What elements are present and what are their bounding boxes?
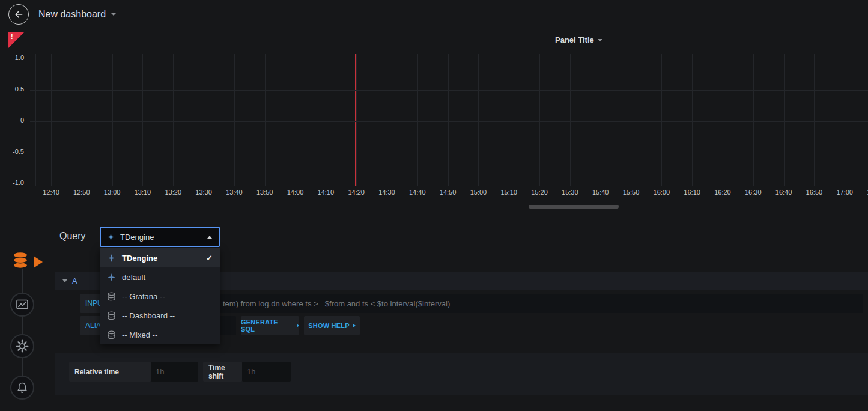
datasource-option[interactable]: -- Mixed --: [100, 325, 220, 344]
chevron-down-icon: [598, 39, 602, 41]
y-axis-tick-label: 1.0: [0, 54, 24, 61]
x-axis-tick-label: 14:40: [402, 189, 432, 196]
gridline-vertical: [814, 54, 815, 186]
x-axis-tick-label: 13:10: [127, 189, 157, 196]
datasource-option[interactable]: -- Dashboard --: [100, 306, 220, 325]
time-shift-input[interactable]: [242, 362, 291, 382]
datasource-option[interactable]: default: [100, 267, 220, 287]
tab-general-settings[interactable]: [10, 334, 34, 358]
x-axis-tick-label: 13:00: [97, 189, 127, 196]
gridline-vertical: [326, 54, 326, 186]
error-exclamation-icon: !: [11, 33, 13, 40]
x-axis-tick-label: 14:00: [281, 189, 311, 196]
chevron-right-icon: [353, 324, 356, 327]
x-axis-tick-label: 16:20: [708, 189, 738, 196]
tab-queries[interactable]: [6, 248, 43, 277]
x-axis-tick-label: 17:00: [830, 189, 860, 196]
datasource-dropdown-menu: TDengine✓default-- Grafana ---- Dashboar…: [100, 248, 220, 344]
gridline-vertical: [478, 54, 479, 186]
dashboard-title-menu[interactable]: New dashboard: [38, 9, 116, 20]
relative-time-input[interactable]: [151, 362, 198, 382]
gridline-vertical: [601, 54, 601, 186]
gridline-vertical: [753, 54, 754, 186]
gridline-vertical: [265, 54, 266, 186]
datasource-option[interactable]: -- Grafana --: [100, 287, 220, 306]
editor-tabs-connector-line: [22, 263, 23, 388]
database-icon: [12, 251, 30, 273]
query-ref-id: A: [72, 276, 77, 285]
gear-icon: [16, 339, 29, 353]
x-axis-tick-label: 16:30: [738, 189, 768, 196]
y-axis-tick-label: 0: [0, 117, 24, 124]
gridline-horizontal: [30, 184, 868, 184]
panel-title-menu[interactable]: Panel Title: [555, 35, 602, 44]
datasource-option-label: TDengine: [122, 254, 157, 263]
x-axis-tick-label: 15:50: [616, 189, 646, 196]
gridline-vertical: [417, 54, 418, 186]
gridline-horizontal: [30, 153, 868, 153]
relative-time-label: Relative time: [69, 362, 151, 382]
gridline-vertical: [296, 54, 296, 186]
datasource-sparkle-icon: [108, 273, 117, 281]
x-axis-tick-label: 17:10: [860, 189, 868, 196]
gridline-vertical: [692, 54, 693, 186]
sql-input[interactable]: tem) from log.dn where ts >= $from and t…: [141, 294, 863, 313]
tab-alert[interactable]: [10, 376, 34, 400]
check-icon: ✓: [206, 254, 213, 263]
gridline-horizontal: [30, 59, 868, 59]
x-axis-tick-label: 12:50: [67, 189, 97, 196]
x-axis-tick-label: 16:50: [799, 189, 829, 196]
query-section-label: Query: [59, 231, 86, 242]
y-axis-tick-label: -1.0: [0, 179, 24, 186]
gridline-vertical: [631, 54, 631, 186]
x-axis-tick-label: 15:30: [555, 189, 585, 196]
chevron-down-icon: [111, 13, 116, 16]
horizontal-scrollbar[interactable]: [529, 205, 619, 209]
chevron-right-icon: [297, 324, 299, 327]
chevron-up-icon: [207, 236, 212, 239]
back-button[interactable]: [8, 4, 29, 25]
show-help-button[interactable]: SHOW HELP: [304, 316, 360, 335]
generate-sql-button[interactable]: GENERATE SQL: [241, 316, 299, 335]
gridline-vertical: [784, 54, 785, 186]
x-axis-tick-label: 15:20: [524, 189, 554, 196]
x-axis-tick-label: 13:30: [189, 189, 219, 196]
gridline-vertical: [35, 54, 36, 186]
datasource-option[interactable]: TDengine✓: [100, 248, 220, 267]
x-axis-tick-label: 13:40: [219, 189, 249, 196]
arrow-left-icon: [14, 10, 23, 19]
chart-icon: [16, 299, 28, 310]
x-axis-tick-label: 16:10: [677, 189, 707, 196]
dashboard-title: New dashboard: [38, 9, 106, 20]
gridline-vertical: [723, 54, 723, 186]
panel-error-corner[interactable]: !: [8, 32, 24, 48]
chart-plot-area: 12:4012:5013:0013:1013:2013:3013:4013:50…: [0, 54, 868, 210]
active-tab-arrow-icon: [34, 256, 43, 268]
datasource-sparkle-icon: [107, 233, 115, 241]
x-axis-tick-label: 13:20: [158, 189, 188, 196]
datasource-option-label: default: [122, 273, 145, 282]
database-icon: [108, 292, 117, 301]
gridline-vertical: [204, 54, 204, 186]
database-icon: [108, 330, 117, 339]
datasource-option-label: -- Mixed --: [122, 330, 157, 339]
x-axis-tick-label: 16:40: [769, 189, 799, 196]
x-axis-tick-label: 14:10: [311, 189, 341, 196]
datasource-select[interactable]: TDengine: [100, 227, 220, 247]
x-axis-tick-label: 15:40: [586, 189, 616, 196]
gridline-vertical: [509, 54, 509, 186]
x-axis-tick-label: 14:20: [341, 189, 371, 196]
gridline-horizontal: [30, 90, 868, 91]
panel-title: Panel Title: [555, 35, 594, 44]
gridline-vertical: [173, 54, 174, 186]
x-axis-tick-label: 16:00: [646, 189, 676, 196]
graph-panel: ! Panel Title 12:4012:5013:0013:1013:201…: [0, 30, 868, 210]
top-nav: New dashboard: [0, 0, 868, 29]
x-axis-tick-label: 14:30: [372, 189, 402, 196]
gridline-vertical: [448, 54, 449, 186]
y-axis-tick-label: 0.5: [0, 85, 24, 93]
collapse-chevron-icon: [62, 279, 67, 282]
gridline-vertical: [234, 54, 235, 186]
tab-visualization[interactable]: [10, 293, 34, 317]
show-help-label: SHOW HELP: [308, 322, 349, 329]
